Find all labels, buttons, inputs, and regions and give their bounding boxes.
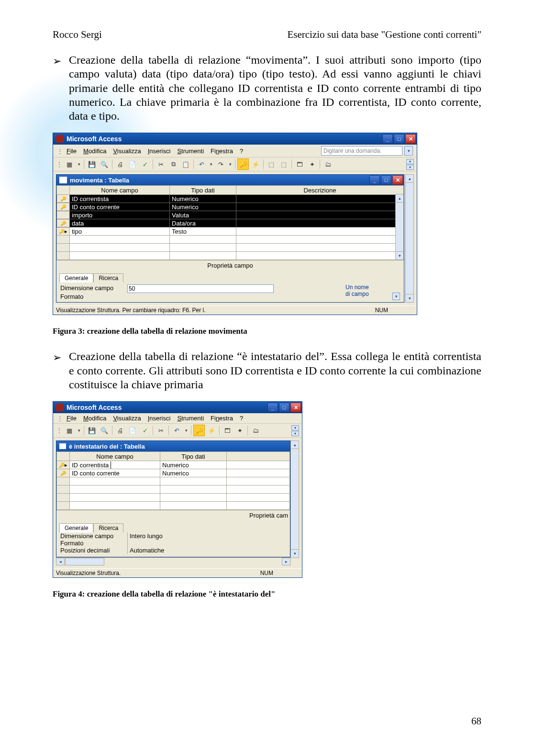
save-button[interactable]: 💾	[86, 425, 98, 436]
delete-rows-button[interactable]: ⬚	[278, 158, 289, 170]
field-grid-2[interactable]: Nome campo Tipo dati ▸ID correntista Num…	[56, 451, 290, 510]
indexes-button[interactable]: ⚡	[206, 425, 217, 436]
close-button[interactable]: ✕	[405, 134, 416, 144]
toolbar-more-up-icon[interactable]: ▾	[291, 425, 299, 430]
hscroll-thumb[interactable]	[65, 558, 104, 565]
grid-scroll-thumb[interactable]	[396, 203, 403, 251]
hint-scroll-down-icon[interactable]: ▾	[392, 293, 400, 300]
spellcheck-button[interactable]: ✓	[139, 158, 151, 170]
scroll-up-icon[interactable]: ▴	[406, 175, 413, 183]
table-row[interactable]: dataData/ora	[57, 219, 404, 227]
status-num: NUM	[375, 307, 388, 314]
minimize-button[interactable]: _	[267, 403, 278, 412]
menu-modifica[interactable]: Modifica	[83, 415, 106, 422]
grid-scroll-down-icon[interactable]: ▾	[396, 251, 403, 260]
redo-button[interactable]: ↷	[215, 158, 226, 170]
grid-scroll-up-icon[interactable]: ▴	[396, 194, 403, 203]
indexes-button[interactable]: ⚡	[250, 158, 261, 170]
tab-ricerca[interactable]: Ricerca	[93, 273, 123, 282]
property-row[interactable]: Posizioni decimaliAutomatiche	[60, 547, 286, 554]
hscroll-left-icon[interactable]: ◂	[56, 558, 65, 565]
table-row[interactable]: ▸tipoTesto	[57, 227, 404, 236]
toolbar-more-down-icon[interactable]: ▾	[291, 431, 299, 436]
menu-file[interactable]: File	[67, 147, 77, 155]
view-button[interactable]: ▦	[64, 158, 75, 170]
cut-button[interactable]: ✂	[155, 158, 167, 170]
undo-button[interactable]: ↶	[196, 158, 207, 170]
db-window-button[interactable]: 🗂	[250, 425, 261, 436]
primary-key-button[interactable]: 🔑	[193, 425, 205, 436]
toolbar-more-down-icon[interactable]: ▾	[406, 165, 414, 170]
primary-key-icon	[60, 196, 66, 202]
scroll-down-icon[interactable]: ▾	[291, 549, 299, 557]
tab-generale[interactable]: Generale	[59, 523, 93, 532]
table-row[interactable]: ▸ID correntista Numerico	[57, 461, 290, 469]
menu-help[interactable]: ?	[240, 147, 243, 155]
undo-button[interactable]: ↶	[171, 425, 182, 436]
ask-dropdown-icon[interactable]: ▾	[404, 146, 413, 156]
redo-dropdown-icon[interactable]: ▾	[227, 158, 233, 170]
menu-visualizza[interactable]: Visualizza	[113, 147, 141, 155]
properties-button[interactable]: 🗔	[222, 425, 233, 436]
db-window-button[interactable]: 🗂	[322, 158, 334, 170]
menu-inserisci[interactable]: Inserisci	[148, 147, 171, 155]
paste-button[interactable]: 📋	[180, 158, 191, 170]
scroll-thumb[interactable]	[406, 183, 413, 293]
hscroll-right-icon[interactable]: ▸	[282, 558, 290, 565]
table-row[interactable]: ID conto correnteNumerico	[57, 469, 290, 477]
menu-inserisci[interactable]: Inserisci	[148, 415, 171, 422]
scroll-up-icon[interactable]: ▴	[291, 441, 299, 449]
mdi-maximize-button[interactable]: □	[381, 175, 391, 185]
primary-key-icon	[60, 204, 66, 210]
properties-button[interactable]: 🗔	[294, 158, 305, 170]
property-row[interactable]: Formato	[60, 540, 286, 547]
spellcheck-button[interactable]: ✓	[139, 425, 151, 436]
preview-button[interactable]: 📄	[127, 425, 138, 436]
search-button[interactable]: 🔍	[99, 425, 110, 436]
menu-help[interactable]: ?	[240, 415, 243, 422]
table-row[interactable]: importoValuta	[57, 211, 404, 219]
tab-generale[interactable]: Generale	[59, 273, 93, 282]
mdi-close-button[interactable]: ✕	[392, 175, 403, 185]
view-dropdown-icon[interactable]: ▾	[76, 158, 82, 170]
menu-modifica[interactable]: Modifica	[83, 147, 106, 155]
col-tipo-dati: Tipo dati	[160, 452, 227, 461]
toolbar: ⋮ ▦ ▾ 💾 🔍 🖨 📄 ✓ ✂ ⧉ 📋 ↶ ▾ ↷ ▾	[53, 158, 417, 171]
toolbar-more-up-icon[interactable]: ▾	[406, 159, 414, 164]
scroll-thumb[interactable]	[291, 450, 298, 549]
search-button[interactable]: 🔍	[99, 158, 110, 170]
insert-rows-button[interactable]: ⬚	[266, 158, 277, 170]
print-button[interactable]: 🖨	[114, 158, 126, 170]
menu-finestra[interactable]: Finestra	[211, 415, 233, 422]
mdi-minimize-button[interactable]: _	[369, 175, 380, 185]
menu-strumenti[interactable]: Strumenti	[177, 147, 204, 155]
table-row[interactable]: ID conto correnteNumerico	[57, 203, 404, 211]
view-dropdown-icon[interactable]: ▾	[76, 425, 82, 436]
menu-file[interactable]: File	[67, 415, 77, 422]
prop-dimensione-campo-input[interactable]	[127, 284, 274, 293]
property-row[interactable]: Dimensione campoIntero lungo	[60, 532, 286, 540]
build-button[interactable]: ✦	[234, 425, 245, 436]
print-button[interactable]: 🖨	[114, 425, 126, 436]
undo-dropdown-icon[interactable]: ▾	[208, 158, 214, 170]
primary-key-button[interactable]: 🔑	[237, 158, 249, 170]
ask-a-question-box[interactable]: Digitare una domanda.	[321, 146, 402, 156]
cut-button[interactable]: ✂	[155, 425, 167, 436]
menu-finestra[interactable]: Finestra	[211, 147, 233, 155]
maximize-button[interactable]: □	[394, 134, 404, 144]
tab-ricerca[interactable]: Ricerca	[93, 523, 123, 532]
field-grid[interactable]: Nome campo Tipo dati Descrizione ID corr…	[56, 185, 404, 260]
build-button[interactable]: ✦	[306, 158, 318, 170]
undo-dropdown-icon[interactable]: ▾	[183, 425, 189, 436]
menu-visualizza[interactable]: Visualizza	[113, 415, 141, 422]
copy-button[interactable]: ⧉	[167, 158, 179, 170]
view-button[interactable]: ▦	[64, 425, 75, 436]
save-button[interactable]: 💾	[86, 158, 98, 170]
table-row[interactable]: ID correntistaNumerico	[57, 195, 404, 203]
close-button[interactable]: ✕	[290, 403, 301, 412]
scroll-down-icon[interactable]: ▾	[406, 294, 413, 302]
minimize-button[interactable]: _	[382, 134, 393, 144]
menu-strumenti[interactable]: Strumenti	[177, 415, 204, 422]
preview-button[interactable]: 📄	[127, 158, 138, 170]
maximize-button[interactable]: □	[279, 403, 289, 412]
